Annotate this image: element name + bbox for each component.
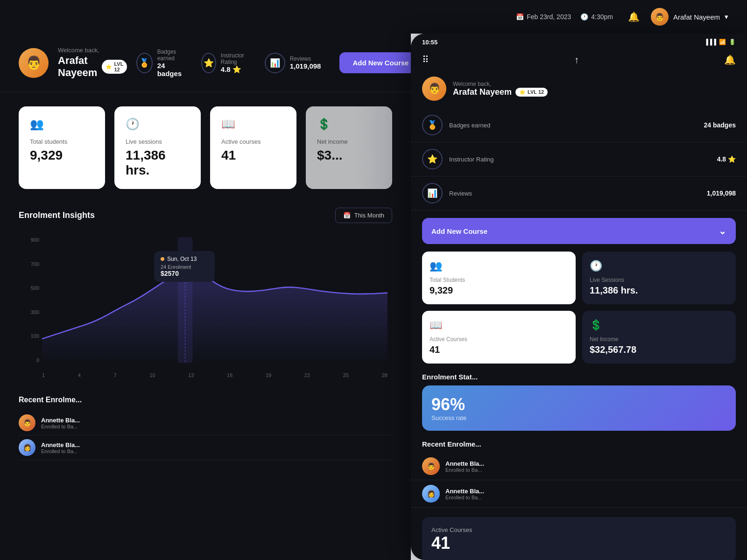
phone-profile-avatar: 👨 [422,77,446,101]
welcome-text: Welcome back, Arafat Nayeem ⭐ LVL 12 [58,47,127,79]
phone-income-value: $32,567.78 [590,344,728,355]
recent-info: Annette Bla... Enrolled to Ba... [41,417,80,429]
phone-enrol-info-2: Annette Bla... Enrolled to Ba... [445,488,484,500]
students-label: Total students [30,138,94,145]
rating-value: 4.8 ⭐ [221,65,250,74]
phone-students-value: 9,329 [430,285,568,296]
month-filter-button[interactable]: 📅 This Month [335,208,392,223]
phone-name-text: Arafat Nayeem [453,87,512,97]
phone-enrol-stats-title: Enrolment Stat... [411,371,747,385]
phone-courses-label: Active Courses [430,336,568,343]
phone-add-course-button[interactable]: Add New Course ⌄ [422,218,736,244]
level-badge: ⭐ LVL 12 [102,60,127,74]
phone-reviews-row: 📊 Reviews 1,019,098 [411,176,747,210]
phone-recent-title: Recent Enrolme... [411,438,747,453]
phone-income-label: Net Income [590,336,728,343]
enrolment-chart [42,237,388,363]
phone-star-icon: ⭐ [519,89,526,95]
calendar-icon: 📅 [516,13,524,21]
phone-enrol-course-1: Enrolled to Ba... [445,467,484,473]
income-icon: 💲 [317,118,381,131]
rating-info: Instructor Rating 4.8 ⭐ [221,52,250,74]
success-label: Success rate [431,414,726,421]
filter-label: This Month [354,212,384,219]
recent-course-2: Enrolled to Ba... [41,448,80,454]
chart-container: 900 700 500 300 100 0 [19,232,392,382]
students-value: 9,329 [30,148,94,163]
phone-card-courses: 📖 Active Courses 41 [422,311,576,364]
courses-icon: 📖 [221,118,285,131]
recent-avatar: 👨 [19,414,35,431]
phone-students-label: Total Students [430,277,568,283]
profile-avatar: 👨 [19,48,49,78]
phone-rating-left: ⭐ Instructor Rating [422,149,493,169]
stat-card-courses: 📖 Active courses 41 [210,106,296,189]
user-full-name: Arafat Nayeem ⭐ LVL 12 [58,55,127,79]
recent-item-2: 👩 Annette Bla... Enrolled to Ba... [19,435,392,460]
wifi-icon: 📶 [719,39,726,45]
phone-reviews-value: 1,019,098 [707,189,736,197]
calendar-small-icon: 📅 [343,212,351,219]
recent-avatar-2: 👩 [19,439,35,456]
phone-greeting: Welcome back, [453,81,548,87]
menu-icon[interactable]: ⠿ [422,54,429,65]
notification-bell[interactable]: 🔔 [628,11,640,22]
stat-card-students: 👥 Total students 9,329 [19,106,105,189]
pointer-icon[interactable]: ↑ [574,55,579,65]
phone-sessions-icon: 🕐 [590,260,728,272]
phone-badges-value: 24 badges [704,121,736,129]
date-display: 📅 Feb 23rd, 2023 [516,13,571,21]
name-text: Arafat Nayeem [58,55,97,79]
phone-courses-value: 41 [430,344,568,355]
phone-chevron-icon: ⌄ [719,225,726,237]
phone-enrol-info-1: Annette Bla... Enrolled to Ba... [445,460,484,473]
time-display: 🕐 4:30pm [580,13,613,21]
stat-card-sessions: 🕐 Live sessions 11,386 hrs. [114,106,201,189]
students-icon: 👥 [30,118,94,131]
phone-rating-value: 4.8 ⭐ [717,155,736,163]
badges-label: Badges earned [157,49,186,62]
stat-card-income: 💲 Net income $3... [306,106,392,189]
phone-enrol-item-2: 👩 Annette Bla... Enrolled to Ba... [411,480,747,508]
bell-icon[interactable]: 🔔 [724,54,736,65]
phone-reviews-icon: 📊 [422,183,443,203]
phone-reviews-label: Reviews [449,190,472,197]
badges-icon: 🏅 [136,53,152,73]
recent-section: Recent Enrolme... 👨 Annette Bla... Enrol… [0,386,411,465]
phone-add-course-label: Add New Course [431,227,487,235]
phone-card-sessions: 🕐 Live Sessions 11,386 hrs. [582,252,736,304]
rating-icon: ⭐ [201,53,216,73]
phone-enrol-avatar-2: 👩 [422,485,440,503]
reviews-value: 1,019,098 [290,62,321,70]
courses-label: Active courses [221,138,285,145]
welcome-stats: 🏅 Badges earned 24 badges ⭐ Instructor R… [136,49,321,77]
phone-status-right: ▐▐▐ 📶 🔋 [704,39,736,45]
success-percent: 96% [431,395,726,414]
phone-students-icon: 👥 [430,260,568,272]
user-menu[interactable]: 👨 Arafat Nayeem ▾ [651,8,728,26]
sessions-icon: 🕐 [126,118,190,131]
star-icon: ⭐ [106,64,112,70]
phone-badges-icon: 🏅 [422,115,443,135]
phone-card-income: 💲 Net Income $32,567.78 [582,311,736,364]
phone-badges-row: 🏅 Badges earned 24 badges [411,108,747,142]
phone-card-students: 👥 Total Students 9,329 [422,252,576,304]
recent-item: 👨 Annette Bla... Enrolled to Ba... [19,411,392,435]
svg-rect-2 [178,237,193,363]
add-course-button[interactable]: Add New Course [339,52,411,73]
badges-info: Badges earned 24 badges [157,49,186,77]
insights-section: Enrolment Insights 📅 This Month 900 700 … [0,198,411,386]
recent-name: Annette Bla... [41,417,80,424]
sessions-label: Live sessions [126,138,190,145]
phone-badges-left: 🏅 Badges earned [422,115,490,135]
reviews-info: Reviews 1,019,098 [290,56,321,70]
phone-enrol-name-2: Annette Bla... [445,488,484,495]
greeting-label: Welcome back, [58,47,127,54]
recent-name-2: Annette Bla... [41,441,80,448]
signal-icon: ▐▐▐ [704,39,716,45]
phone-content: 👨 Welcome back, Arafat Nayeem ⭐ LVL 12 🏅… [411,71,747,560]
stat-cards-row: 👥 Total students 9,329 🕐 Live sessions 1… [0,92,411,198]
date-text: Feb 23rd, 2023 [527,13,571,21]
phone-courses-icon: 📖 [430,319,568,331]
phone-income-icon: 💲 [590,319,728,331]
